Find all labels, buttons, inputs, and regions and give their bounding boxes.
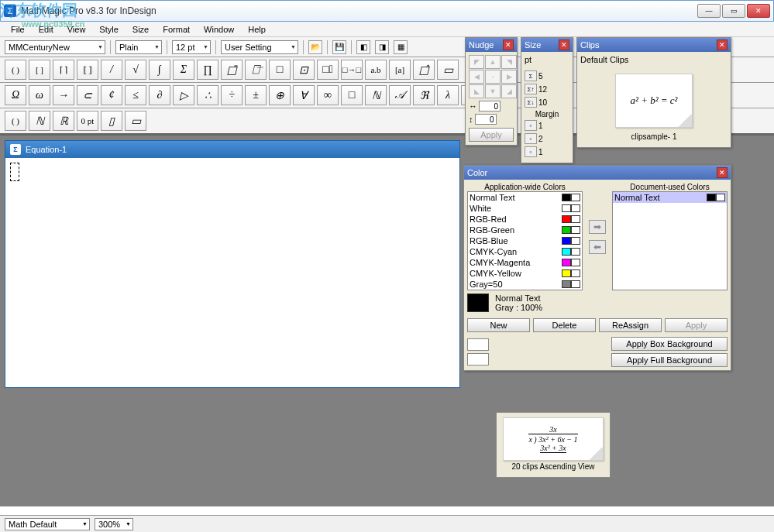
- color-row[interactable]: CMYK-Yellow: [468, 268, 582, 279]
- menu-view[interactable]: View: [61, 23, 92, 36]
- nudge-w[interactable]: ◀: [469, 70, 484, 84]
- symbol-button-1-13[interactable]: □⃗: [317, 60, 339, 80]
- minimize-button[interactable]: —: [697, 4, 721, 18]
- symbol-button-1-8[interactable]: ∏: [197, 60, 218, 80]
- color-row[interactable]: Gray=50: [468, 279, 582, 290]
- tool-icon-3[interactable]: ▦: [394, 40, 408, 54]
- symbol-button-1-7[interactable]: Σ: [173, 60, 194, 80]
- symbol-button-2-7[interactable]: ▷: [173, 85, 194, 105]
- symbol-button-1-6[interactable]: ∫: [149, 60, 170, 80]
- symbol-button-2-17[interactable]: ℜ: [413, 85, 435, 105]
- equation-titlebar[interactable]: Σ Equation-1: [5, 141, 459, 158]
- open-icon[interactable]: 📂: [308, 40, 322, 54]
- symbol-button-1-3[interactable]: ⟦ ⟧: [77, 60, 98, 80]
- setting-combo[interactable]: User Setting: [221, 40, 298, 54]
- color-row[interactable]: RGB-Blue: [468, 235, 582, 246]
- menu-help[interactable]: Help: [242, 23, 272, 36]
- full-bg-swatch[interactable]: [467, 353, 489, 366]
- size-margin-1-icon[interactable]: ▫: [525, 120, 537, 131]
- clip-view-preview[interactable]: 3x x ) 3x² + 6x − 1 3x² + 3x: [503, 417, 604, 461]
- size-close-icon[interactable]: ✕: [559, 39, 569, 50]
- symbol-button-2-16[interactable]: 𝒜: [389, 85, 411, 105]
- save-icon[interactable]: 💾: [332, 40, 346, 54]
- color-row[interactable]: Normal Text: [468, 192, 582, 203]
- menu-format[interactable]: Format: [157, 23, 196, 36]
- symbol-button-3-0[interactable]: ( ): [5, 111, 26, 131]
- color-move-right-button[interactable]: ➡: [589, 220, 606, 234]
- equation-window[interactable]: Σ Equation-1: [5, 140, 460, 388]
- color-move-left-button[interactable]: ⬅: [589, 240, 606, 254]
- symbol-button-2-18[interactable]: λ: [437, 85, 459, 105]
- nudge-center[interactable]: ◦: [485, 70, 501, 84]
- symbol-button-1-12[interactable]: ⊡: [293, 60, 315, 80]
- menu-style[interactable]: Style: [93, 23, 124, 36]
- symbol-button-1-0[interactable]: ( ): [5, 60, 26, 80]
- symbol-button-2-14[interactable]: □: [341, 85, 363, 105]
- clip-view-panel[interactable]: 3x x ) 3x² + 6x − 1 3x² + 3x 20 clips As…: [496, 412, 611, 478]
- box-bg-swatch[interactable]: [467, 338, 489, 351]
- symbol-button-2-0[interactable]: Ω: [5, 85, 26, 105]
- symbol-button-2-1[interactable]: ω: [29, 85, 50, 105]
- symbol-button-1-18[interactable]: ▭: [437, 60, 459, 80]
- nudge-h-input[interactable]: [479, 101, 501, 112]
- symbol-button-2-15[interactable]: ℕ: [365, 85, 387, 105]
- doc-colors-list[interactable]: Normal Text: [612, 191, 728, 290]
- tool-icon-2[interactable]: ◨: [375, 40, 389, 54]
- size-sigma-down-icon[interactable]: Σ↓: [525, 97, 537, 108]
- symbol-button-2-2[interactable]: →: [53, 85, 74, 105]
- menu-edit[interactable]: Edit: [33, 23, 60, 36]
- clip-preview[interactable]: a² + b² = c²: [615, 74, 693, 128]
- symbol-button-2-11[interactable]: ⊕: [269, 85, 291, 105]
- symbol-button-3-1[interactable]: ℕ: [29, 111, 50, 131]
- maximize-button[interactable]: ▭: [722, 4, 745, 18]
- symbol-button-1-4[interactable]: /: [101, 60, 122, 80]
- color-palette[interactable]: Color✕ Application-wide Colors Normal Te…: [463, 165, 731, 371]
- nudge-v-input[interactable]: [475, 114, 497, 125]
- tool-icon-1[interactable]: ◧: [356, 40, 370, 54]
- menu-window[interactable]: Window: [198, 23, 240, 36]
- clips-close-icon[interactable]: ✕: [717, 39, 728, 50]
- symbol-button-2-6[interactable]: ∂: [149, 85, 170, 105]
- size-margin-2-icon[interactable]: ▫: [525, 133, 537, 144]
- symbol-button-2-9[interactable]: ÷: [221, 85, 243, 105]
- nudge-n[interactable]: ▲: [485, 55, 501, 69]
- nudge-nw[interactable]: ◤: [469, 55, 484, 69]
- color-apply-button[interactable]: Apply: [665, 318, 728, 332]
- status-zoom-combo[interactable]: 300%: [95, 518, 133, 530]
- symbol-button-3-2[interactable]: ℝ: [53, 111, 74, 131]
- nudge-s[interactable]: ▼: [485, 84, 501, 98]
- symbol-button-3-4[interactable]: ▯: [101, 111, 122, 131]
- menu-file[interactable]: File: [5, 23, 31, 36]
- nudge-sw[interactable]: ◣: [469, 84, 484, 98]
- status-mode-combo[interactable]: Math Default: [5, 518, 90, 530]
- size-combo[interactable]: 12 pt: [172, 40, 211, 54]
- nudge-ne[interactable]: ◥: [501, 55, 517, 69]
- symbol-button-1-14[interactable]: □→□: [341, 60, 363, 80]
- symbol-button-1-5[interactable]: √: [125, 60, 146, 80]
- symbol-button-2-4[interactable]: ¢: [101, 85, 122, 105]
- clips-palette[interactable]: Clips✕ Default Clips a² + b² = c² clipsa…: [576, 37, 731, 148]
- color-new-button[interactable]: New: [467, 318, 530, 332]
- size-margin-3-icon[interactable]: ▫: [525, 146, 537, 157]
- equation-content[interactable]: [5, 158, 459, 187]
- symbol-button-1-1[interactable]: [ ]: [29, 60, 50, 80]
- symbol-button-1-11[interactable]: □: [269, 60, 291, 80]
- symbol-button-2-3[interactable]: ⊂: [77, 85, 98, 105]
- color-reassign-button[interactable]: ReAssign: [599, 318, 662, 332]
- symbol-button-2-5[interactable]: ≤: [125, 85, 146, 105]
- font-combo[interactable]: MMCenturyNew: [5, 40, 105, 54]
- style-combo[interactable]: Plain: [115, 40, 162, 54]
- apply-box-bg-button[interactable]: Apply Box Background: [611, 337, 728, 351]
- size-sigma-up-icon[interactable]: Σ↑: [525, 84, 537, 94]
- color-row[interactable]: Normal Text: [613, 192, 727, 203]
- symbol-button-1-16[interactable]: [a]: [389, 60, 411, 80]
- color-row[interactable]: RGB-Red: [468, 214, 582, 225]
- color-row[interactable]: White: [468, 203, 582, 214]
- symbol-button-1-15[interactable]: a.b: [365, 60, 387, 80]
- nudge-apply-button[interactable]: Apply: [469, 128, 514, 142]
- size-unit-combo[interactable]: pt: [525, 55, 556, 67]
- menu-size[interactable]: Size: [126, 23, 155, 36]
- apply-full-bg-button[interactable]: Apply Full Background: [611, 353, 728, 367]
- color-row[interactable]: RGB-Green: [468, 225, 582, 235]
- color-row[interactable]: CMYK-Cyan: [468, 246, 582, 257]
